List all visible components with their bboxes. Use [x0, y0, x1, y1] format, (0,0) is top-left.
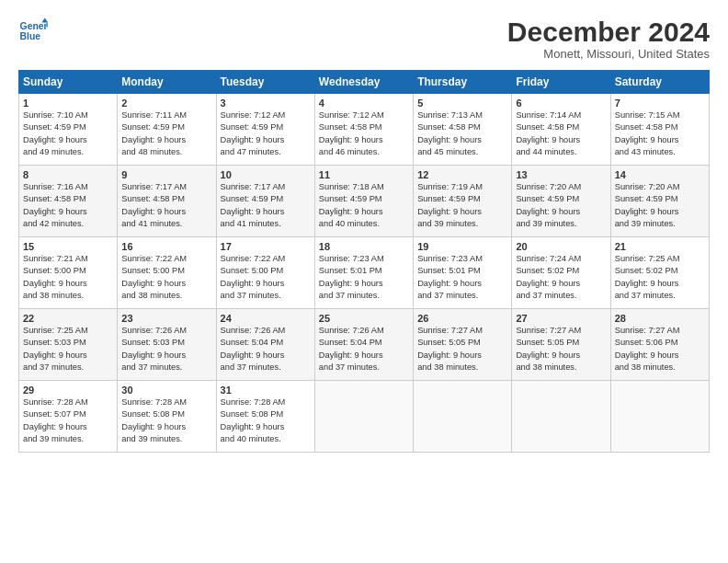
day-number: 17: [221, 241, 311, 252]
day-number: 9: [121, 169, 211, 180]
sunrise-label: Sunrise: 7:16 AM: [23, 182, 88, 191]
table-row: 21 Sunrise: 7:25 AM Sunset: 5:02 PM Dayl…: [610, 237, 709, 309]
col-saturday: Saturday: [610, 71, 709, 94]
table-row: 18 Sunrise: 7:23 AM Sunset: 5:01 PM Dayl…: [314, 237, 413, 309]
table-row: 22 Sunrise: 7:25 AM Sunset: 5:03 PM Dayl…: [19, 309, 118, 381]
col-sunday: Sunday: [19, 71, 118, 94]
day-info: Sunrise: 7:20 AM Sunset: 4:59 PM Dayligh…: [615, 181, 705, 231]
sunset-label: Sunset: 5:04 PM: [319, 338, 382, 347]
day-number: 12: [417, 169, 507, 180]
sunrise-label: Sunrise: 7:17 AM: [121, 182, 187, 191]
sunset-label: Sunset: 4:58 PM: [23, 194, 86, 203]
table-row: [314, 381, 413, 453]
table-row: 3 Sunrise: 7:12 AM Sunset: 4:59 PM Dayli…: [216, 94, 314, 166]
table-row: 8 Sunrise: 7:16 AM Sunset: 4:58 PM Dayli…: [19, 166, 118, 237]
daylight-label: Daylight: 9 hours: [319, 350, 383, 360]
col-friday: Friday: [512, 71, 610, 94]
daylight-label: Daylight: 9 hours: [221, 350, 285, 360]
daylight-minutes: and 37 minutes.: [221, 362, 281, 372]
sunset-label: Sunset: 5:00 PM: [121, 266, 185, 275]
daylight-minutes: and 37 minutes.: [319, 362, 380, 372]
sunset-label: Sunset: 4:58 PM: [417, 122, 481, 132]
sunset-label: Sunset: 5:05 PM: [417, 338, 481, 347]
day-info: Sunrise: 7:26 AM Sunset: 5:04 PM Dayligh…: [319, 325, 409, 374]
day-number: 6: [516, 98, 606, 109]
day-number: 24: [221, 313, 311, 324]
daylight-minutes: and 40 minutes.: [221, 434, 281, 443]
daylight-minutes: and 38 minutes.: [121, 291, 182, 300]
sunset-label: Sunset: 5:08 PM: [221, 409, 284, 419]
sunrise-label: Sunrise: 7:23 AM: [319, 254, 384, 263]
daylight-minutes: and 38 minutes.: [23, 291, 84, 300]
day-number: 3: [221, 98, 311, 109]
table-row: 2 Sunrise: 7:11 AM Sunset: 4:59 PM Dayli…: [118, 94, 216, 166]
sunset-label: Sunset: 5:02 PM: [516, 266, 579, 275]
daylight-label: Daylight: 9 hours: [615, 207, 679, 216]
calendar-table: Sunday Monday Tuesday Wednesday Thursday…: [18, 70, 710, 453]
table-row: 27 Sunrise: 7:27 AM Sunset: 5:05 PM Dayl…: [512, 309, 610, 381]
svg-text:Blue: Blue: [20, 31, 41, 41]
daylight-label: Daylight: 9 hours: [121, 279, 186, 288]
sunset-label: Sunset: 5:08 PM: [121, 409, 185, 419]
table-row: 12 Sunrise: 7:19 AM Sunset: 4:59 PM Dayl…: [414, 166, 512, 237]
table-row: [414, 381, 512, 453]
day-info: Sunrise: 7:13 AM Sunset: 4:58 PM Dayligh…: [417, 109, 507, 159]
day-info: Sunrise: 7:18 AM Sunset: 4:59 PM Dayligh…: [319, 181, 409, 231]
day-info: Sunrise: 7:26 AM Sunset: 5:04 PM Dayligh…: [221, 325, 311, 374]
daylight-minutes: and 47 minutes.: [221, 147, 281, 156]
sunset-label: Sunset: 5:00 PM: [221, 266, 284, 275]
day-info: Sunrise: 7:22 AM Sunset: 5:00 PM Dayligh…: [121, 253, 211, 303]
sunrise-label: Sunrise: 7:11 AM: [121, 110, 187, 120]
table-row: [512, 381, 610, 453]
sunset-label: Sunset: 4:59 PM: [516, 194, 579, 203]
daylight-minutes: and 37 minutes.: [516, 291, 576, 300]
table-row: 26 Sunrise: 7:27 AM Sunset: 5:05 PM Dayl…: [414, 309, 512, 381]
day-number: 26: [417, 313, 507, 324]
day-info: Sunrise: 7:21 AM Sunset: 5:00 PM Dayligh…: [23, 253, 113, 303]
day-number: 31: [221, 385, 311, 396]
daylight-label: Daylight: 9 hours: [121, 350, 186, 360]
daylight-label: Daylight: 9 hours: [615, 279, 679, 288]
daylight-label: Daylight: 9 hours: [615, 135, 679, 144]
day-number: 13: [516, 169, 606, 180]
daylight-label: Daylight: 9 hours: [121, 207, 186, 216]
day-info: Sunrise: 7:11 AM Sunset: 4:59 PM Dayligh…: [121, 109, 211, 159]
table-row: 17 Sunrise: 7:22 AM Sunset: 5:00 PM Dayl…: [216, 237, 314, 309]
day-number: 30: [121, 385, 211, 396]
day-number: 20: [516, 241, 606, 252]
daylight-minutes: and 49 minutes.: [23, 147, 84, 156]
col-monday: Monday: [118, 71, 216, 94]
daylight-minutes: and 44 minutes.: [516, 147, 576, 156]
sunrise-label: Sunrise: 7:19 AM: [417, 182, 483, 191]
day-info: Sunrise: 7:16 AM Sunset: 4:58 PM Dayligh…: [23, 181, 113, 231]
month-title: December 2024: [507, 17, 710, 47]
logo: General Blue: [18, 17, 48, 46]
daylight-label: Daylight: 9 hours: [615, 350, 679, 360]
sunset-label: Sunset: 4:58 PM: [121, 194, 185, 203]
day-number: 11: [319, 169, 409, 180]
sunrise-label: Sunrise: 7:24 AM: [516, 254, 581, 263]
sunrise-label: Sunrise: 7:14 AM: [516, 110, 581, 120]
sunset-label: Sunset: 4:59 PM: [319, 194, 382, 203]
day-info: Sunrise: 7:27 AM Sunset: 5:06 PM Dayligh…: [615, 325, 705, 374]
sunrise-label: Sunrise: 7:26 AM: [121, 326, 187, 335]
day-number: 27: [516, 313, 606, 324]
table-row: 20 Sunrise: 7:24 AM Sunset: 5:02 PM Dayl…: [512, 237, 610, 309]
day-info: Sunrise: 7:28 AM Sunset: 5:08 PM Dayligh…: [121, 396, 211, 446]
sunrise-label: Sunrise: 7:12 AM: [221, 110, 286, 120]
daylight-label: Daylight: 9 hours: [23, 350, 87, 360]
sunset-label: Sunset: 4:58 PM: [516, 122, 579, 132]
col-wednesday: Wednesday: [314, 71, 413, 94]
svg-text:General: General: [20, 21, 48, 31]
day-info: Sunrise: 7:17 AM Sunset: 4:58 PM Dayligh…: [121, 181, 211, 231]
sunrise-label: Sunrise: 7:28 AM: [23, 397, 88, 407]
day-number: 5: [417, 98, 507, 109]
sunset-label: Sunset: 4:59 PM: [121, 122, 185, 132]
day-number: 16: [121, 241, 211, 252]
daylight-minutes: and 37 minutes.: [121, 362, 182, 372]
sunset-label: Sunset: 5:01 PM: [319, 266, 382, 275]
day-number: 15: [23, 241, 113, 252]
sunset-label: Sunset: 4:58 PM: [615, 122, 678, 132]
day-number: 21: [615, 241, 705, 252]
table-row: 25 Sunrise: 7:26 AM Sunset: 5:04 PM Dayl…: [314, 309, 413, 381]
